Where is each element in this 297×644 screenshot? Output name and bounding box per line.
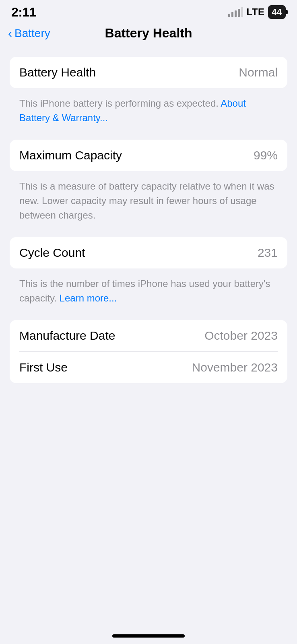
first-use-label: First Use [19, 361, 68, 374]
home-indicator [112, 634, 185, 638]
maximum-capacity-label: Maximum Capacity [19, 149, 122, 162]
cycle-count-desc-text: This is the number of times iPhone has u… [19, 278, 270, 303]
nav-header: ‹ Battery Battery Health [0, 22, 297, 49]
battery-indicator: 44 [268, 5, 286, 19]
back-label: Battery [14, 27, 50, 40]
battery-health-value: Normal [239, 66, 278, 79]
first-use-value: November 2023 [192, 361, 278, 374]
page-title: Battery Health [105, 26, 192, 41]
battery-health-row: Battery Health Normal [10, 57, 287, 88]
battery-health-card: Battery Health Normal [10, 57, 287, 88]
cycle-count-row: Cycle Count 231 [10, 237, 287, 268]
signal-bars-icon [228, 7, 243, 17]
content: Battery Health Normal This iPhone batter… [0, 49, 297, 383]
battery-health-desc-text: This iPhone battery is performing as exp… [19, 98, 221, 109]
battery-level: 44 [272, 7, 282, 17]
back-button[interactable]: ‹ Battery [8, 27, 50, 40]
maximum-capacity-value: 99% [254, 149, 278, 162]
lte-label: LTE [246, 6, 264, 18]
status-time: 2:11 [11, 5, 36, 20]
back-chevron-icon: ‹ [8, 27, 12, 40]
cycle-count-label: Cycle Count [19, 246, 85, 260]
maximum-capacity-description: This is a measure of battery capacity re… [10, 175, 287, 229]
cycle-count-learn-more-link[interactable]: Learn more... [60, 293, 117, 303]
status-bar: 2:11 LTE 44 [0, 0, 297, 22]
battery-health-label: Battery Health [19, 66, 96, 79]
cycle-count-description: This is the number of times iPhone has u… [10, 272, 287, 312]
cycle-count-card: Cycle Count 231 [10, 237, 287, 268]
cycle-count-value: 231 [258, 246, 278, 260]
battery-health-description: This iPhone battery is performing as exp… [10, 92, 287, 132]
maximum-capacity-desc-text: This is a measure of battery capacity re… [19, 181, 274, 221]
status-right-icons: LTE 44 [228, 5, 286, 19]
maximum-capacity-card: Maximum Capacity 99% [10, 140, 287, 171]
manufacture-date-row: Manufacture Date October 2023 [10, 320, 287, 351]
first-use-row: First Use November 2023 [10, 352, 287, 383]
dates-card: Manufacture Date October 2023 First Use … [10, 320, 287, 383]
maximum-capacity-row: Maximum Capacity 99% [10, 140, 287, 171]
manufacture-date-label: Manufacture Date [19, 329, 115, 343]
manufacture-date-value: October 2023 [204, 329, 278, 343]
